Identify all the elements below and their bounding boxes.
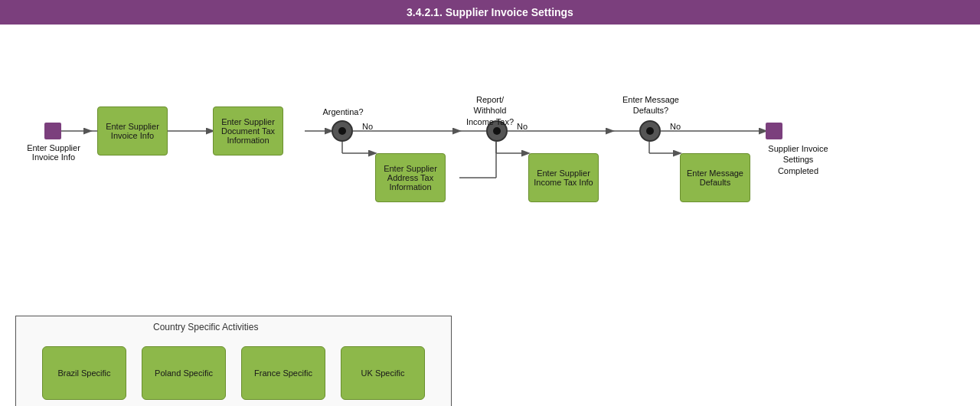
main-canvas: Enter Supplier Invoice Info Enter Suppli…: [0, 25, 980, 400]
uk-specific-node[interactable]: UK Specific: [341, 346, 425, 400]
supplier-invoice-completed-label: Supplier Invoice Settings Completed: [762, 143, 835, 176]
country-box-title: Country Specific Activities: [153, 322, 258, 332]
brazil-specific-node[interactable]: Brazil Specific: [42, 346, 126, 400]
argentina-gate-node: [332, 120, 353, 142]
general-info-label: Enter Supplier Invoice Info: [19, 143, 88, 162]
enter-addr-tax-node[interactable]: Enter Supplier Address Tax Information: [375, 153, 446, 202]
start-node: [44, 123, 61, 139]
enter-income-tax-node[interactable]: Enter Supplier Income Tax Info: [528, 153, 599, 202]
msg-no-label: No: [664, 122, 687, 131]
enter-msg-gate-node: [639, 120, 661, 142]
enter-msg-gate-label: Enter Message Defaults?: [620, 94, 681, 116]
header-title: 3.4.2.1. Supplier Invoice Settings: [407, 6, 573, 18]
enter-msg-defaults-node[interactable]: Enter Message Defaults: [680, 153, 750, 202]
argentina-label: Argentina?: [320, 107, 366, 116]
enter-invoice-info-node[interactable]: Enter Supplier Invoice Info: [97, 106, 168, 156]
end-node: [766, 123, 782, 139]
report-no-label: No: [511, 122, 534, 131]
france-specific-node[interactable]: France Specific: [241, 346, 325, 400]
enter-doc-tax-node[interactable]: Enter Supplier Document Tax Information: [213, 106, 283, 156]
header: 3.4.2.1. Supplier Invoice Settings: [0, 0, 980, 25]
argentina-no-label: No: [356, 122, 379, 131]
poland-specific-node[interactable]: Poland Specific: [142, 346, 226, 400]
